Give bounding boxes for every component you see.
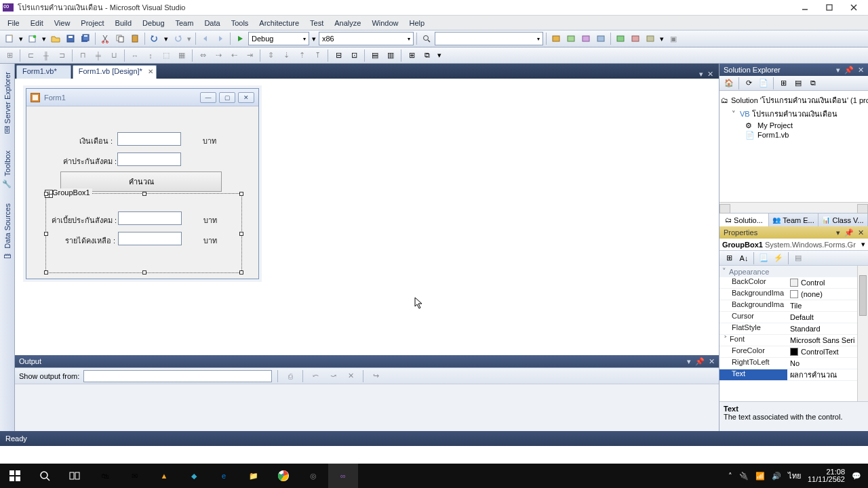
solution-tree[interactable]: 🗂Solution 'โปรแกรมคำนวณเงินเดือน' (1 pro… [719,91,868,202]
menu-analyze[interactable]: Analyze [330,18,366,28]
layout-dropdown[interactable]: ▾ [436,49,443,62]
menu-edit[interactable]: Edit [26,18,48,28]
menu-team[interactable]: Team [171,18,199,28]
myproject-node[interactable]: ⚙My Project [721,121,867,130]
output-btn-3[interactable]: ⤻ [326,369,340,383]
tab-order-button[interactable]: ⊞ [405,49,418,62]
prop-dropdown-icon[interactable]: ▾ [836,228,840,237]
resize-handle[interactable] [142,192,146,196]
resize-handle[interactable] [142,270,146,274]
vspace-dec-button[interactable]: ⇡ [295,49,309,62]
app-icon-2[interactable]: ◆ [179,464,209,488]
prop-pin-icon[interactable]: 📌 [844,228,854,237]
prop-category-appearance[interactable]: ˅Appearance [719,266,868,277]
tab-form1-design[interactable]: Form1.vb [Design]*✕ [73,65,157,79]
same-width-button[interactable]: ↔ [128,49,142,62]
bring-front-button[interactable]: ▤ [368,49,382,62]
vs-taskbar-icon[interactable]: ∞ [328,464,358,488]
resize-handle[interactable] [239,192,243,196]
tray-power-icon[interactable]: 🔌 [739,472,749,481]
cut-button[interactable] [98,32,112,45]
tb-icon-2[interactable] [564,32,578,45]
subtab-team[interactable]: 👥Team E... [769,214,818,226]
add-dropdown[interactable]: ▾ [41,32,47,45]
mail-icon[interactable]: ✉ [119,464,149,488]
find-combo[interactable]: ▾ [435,32,543,45]
sol-home-button[interactable]: 🏠 [722,77,736,90]
menu-architecture[interactable]: Architecture [254,18,304,28]
prop-close-icon[interactable]: ✕ [858,228,864,237]
property-text-row[interactable]: Textผลการคำนวณ [719,369,868,381]
send-back-button[interactable]: ▥ [384,49,397,62]
tray-lang[interactable]: ไทย [788,470,801,482]
vspace-rem-button[interactable]: ⤒ [311,49,324,62]
window-minimize-button[interactable] [793,1,816,14]
prop-props-button[interactable]: 📃 [757,251,770,265]
align-top-button[interactable]: ⊓ [76,49,90,62]
align-right-button[interactable]: ⊐ [55,49,68,62]
center-v-button[interactable]: ⊡ [347,49,361,62]
align-left-button[interactable]: ⊏ [24,49,37,62]
subtab-solution[interactable]: 🗂Solutio... [719,214,769,226]
tb-dropdown[interactable]: ▾ [658,32,665,45]
redo-dropdown[interactable]: ▾ [186,32,193,45]
same-size-button[interactable]: ⬚ [159,49,173,62]
tab-close-icon[interactable]: ✕ [148,68,153,75]
find-button[interactable] [420,32,433,45]
tb-icon-4[interactable] [594,32,608,45]
prop-cat-button[interactable]: ⊞ [722,251,736,265]
open-button[interactable] [49,32,62,45]
output-btn-4[interactable]: ✕ [344,369,357,383]
platform-combo[interactable]: x86▾ [319,32,414,45]
add-item-button[interactable] [26,32,39,45]
label-unit3[interactable]: บาท [203,235,217,247]
resize-handle[interactable] [44,192,48,196]
form-maximize-button[interactable]: ▢ [219,92,235,103]
align-grid-button[interactable]: ⊞ [3,49,16,62]
label-premium[interactable]: ค่าเบี้ยประกันสังคม : [52,214,117,226]
align-bottom-button[interactable]: ⊔ [107,49,121,62]
form-minimize-button[interactable]: — [200,92,216,103]
config-combo[interactable]: Debug▾ [248,32,309,45]
nav-back-button[interactable] [199,32,212,45]
sol-showall-button[interactable]: 📄 [757,77,770,90]
explorer-icon[interactable]: 📁 [239,464,269,488]
taskview-button[interactable] [60,464,90,488]
prop-scrollbar[interactable] [857,266,868,401]
tb-icon-5[interactable] [614,32,627,45]
form1-node[interactable]: 📄Form1.vb [721,130,867,140]
textbox-salary[interactable] [117,132,181,146]
form-close-button[interactable]: ✕ [238,92,254,103]
solution-scroll[interactable] [719,202,868,213]
output-dropdown-icon[interactable]: ▾ [687,357,691,366]
sol-refresh-button[interactable]: ⟳ [742,77,755,90]
tray-up-icon[interactable]: ˄ [728,472,732,481]
solution-node[interactable]: 🗂Solution 'โปรแกรมคำนวณเงินเดือน' (1 pro [721,94,867,107]
same-height-button[interactable]: ↕ [144,49,157,62]
menu-data[interactable]: Data [199,18,224,28]
vspace-inc-button[interactable]: ⇣ [279,49,293,62]
menu-tools[interactable]: Tools [226,18,254,28]
tb-icon-7[interactable] [644,32,657,45]
tb-icon-6[interactable] [629,32,642,45]
output-btn-1[interactable]: ⎙ [283,369,297,383]
tab-form1-code[interactable]: Form1.vb* [16,65,71,79]
search-button[interactable] [30,464,60,488]
menu-debug[interactable]: Debug [138,18,169,28]
prop-az-button[interactable]: A↓ [737,251,751,265]
prop-events-button[interactable]: ⚡ [772,251,785,265]
start-debug-button[interactable] [233,32,247,45]
paste-button[interactable] [128,32,142,45]
textbox-net[interactable] [118,232,182,245]
resize-handle[interactable] [239,232,243,236]
tray-clock[interactable]: 21:08 11/11/2562 [808,468,845,483]
output-pin-icon[interactable]: 📌 [695,357,705,366]
project-node[interactable]: ˅VBโปรแกรมคำนวณเงินเดือน [721,107,867,121]
align-middle-button[interactable]: ╪ [92,49,105,62]
hspace-dec-button[interactable]: ⇠ [227,49,241,62]
label-unit1[interactable]: บาท [203,135,216,147]
groupbox1[interactable]: GroupBox1 ค่าเบี้ยประกันสังคม : บาท [45,193,242,273]
output-btn-2[interactable]: ⤺ [309,369,322,383]
label-unit2[interactable]: บาท [203,214,217,226]
redo-button[interactable] [171,32,184,45]
